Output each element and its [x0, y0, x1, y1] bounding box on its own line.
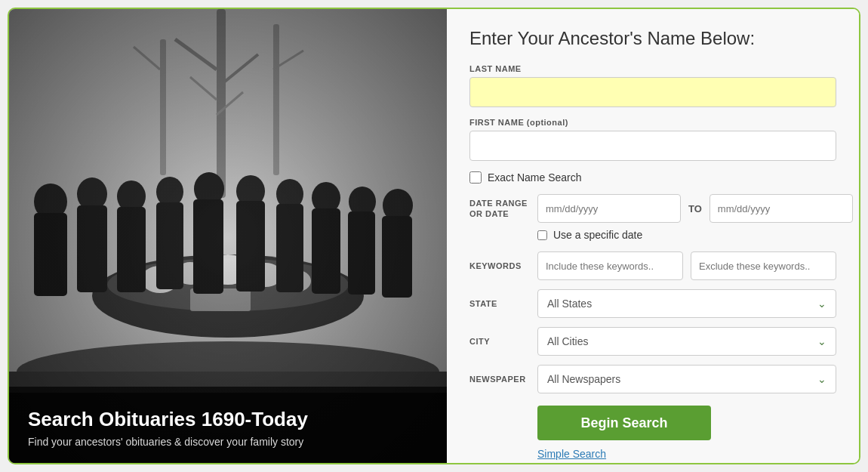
newspaper-row: NEWSPAPER All Newspapers ⌄ All Newspaper…	[469, 365, 836, 393]
begin-search-button[interactable]: Begin Search	[537, 406, 711, 440]
date-from-input[interactable]	[537, 194, 681, 223]
city-select[interactable]: All Cities ⌄ All Cities	[537, 327, 836, 356]
date-to-input[interactable]	[709, 194, 853, 223]
date-range-label: DATE RANGE OR DATE	[469, 198, 530, 220]
photo-background: Search Obituaries 1690-Today Find your a…	[9, 9, 447, 463]
form-heading: Enter Your Ancestor's Name Below:	[469, 28, 836, 49]
specific-date-checkbox[interactable]	[537, 230, 547, 240]
last-name-field-group: LAST NAME	[469, 64, 836, 107]
last-name-label: LAST NAME	[469, 64, 836, 73]
exact-name-row: Exact Name Search	[469, 171, 836, 184]
exact-name-checkbox[interactable]	[469, 171, 482, 184]
specific-date-label: Use a specific date	[553, 229, 642, 241]
city-row: CITY All Cities ⌄ All Cities	[469, 327, 836, 356]
date-to-separator: TO	[688, 203, 702, 214]
date-range-row: DATE RANGE OR DATE TO	[469, 194, 836, 223]
exclude-keywords-input[interactable]	[691, 251, 836, 280]
first-name-input[interactable]	[469, 131, 836, 161]
city-label: CITY	[469, 337, 530, 346]
specific-date-row: Use a specific date	[537, 229, 836, 241]
exact-name-label: Exact Name Search	[488, 171, 582, 184]
state-select[interactable]: All States ⌄ All States	[537, 289, 836, 318]
overlay-title: Search Obituaries 1690-Today	[28, 408, 428, 431]
first-name-label: FIRST NAME (optional)	[469, 118, 836, 127]
simple-search-link[interactable]: Simple Search	[537, 448, 606, 460]
keywords-row: KEYWORDS	[469, 251, 836, 280]
state-row: STATE All States ⌄ All States	[469, 289, 836, 318]
state-label: STATE	[469, 299, 530, 308]
main-container: Search Obituaries 1690-Today Find your a…	[8, 8, 860, 464]
photo-overlay: Search Obituaries 1690-Today Find your a…	[9, 393, 447, 463]
include-keywords-input[interactable]	[537, 251, 683, 280]
newspaper-label: NEWSPAPER	[469, 375, 530, 384]
first-name-field-group: FIRST NAME (optional)	[469, 118, 836, 161]
overlay-subtitle: Find your ancestors' obituaries & discov…	[28, 436, 428, 448]
keywords-label: KEYWORDS	[469, 261, 530, 270]
search-form-panel: Enter Your Ancestor's Name Below: LAST N…	[447, 9, 859, 463]
photo-panel: Search Obituaries 1690-Today Find your a…	[9, 9, 447, 463]
newspaper-select[interactable]: All Newspapers ⌄ All Newspapers	[537, 365, 836, 393]
last-name-input[interactable]	[469, 77, 836, 107]
